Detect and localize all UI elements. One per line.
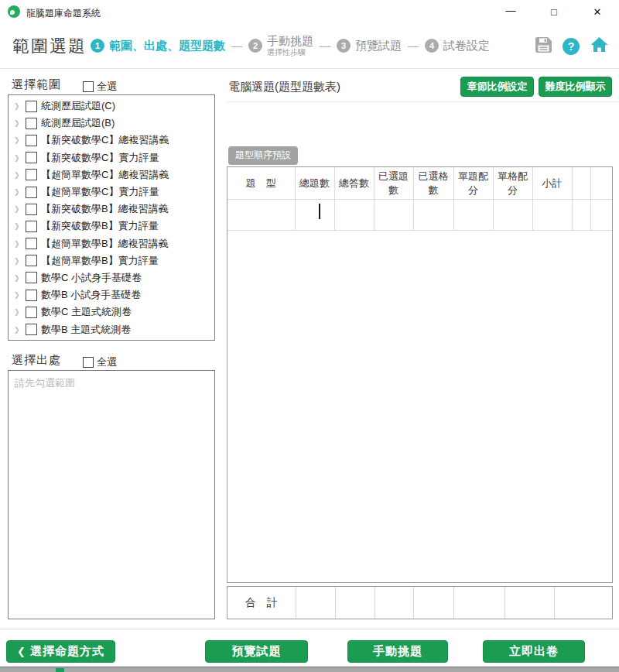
- window-title: 龍騰題庫命題系統: [26, 7, 101, 20]
- tree-item-row[interactable]: ❯ 【新突破數學B】總複習講義: [9, 201, 214, 218]
- step-2-manual-pick[interactable]: 2 手動挑題 選擇性步驟: [248, 35, 313, 57]
- step-4-paper-settings[interactable]: 4 試卷設定: [425, 39, 490, 53]
- totals-table: 合 計: [227, 586, 613, 619]
- generate-paper-button[interactable]: 立即出卷: [483, 640, 585, 663]
- tree-item-row[interactable]: ❯ 【新突破數學C】實力評量: [9, 149, 214, 166]
- step-4-number: 4: [425, 39, 439, 53]
- tree-item-row[interactable]: ❯ 統測歷屆試題(B): [9, 115, 214, 132]
- tree-item-checkbox[interactable]: [26, 238, 37, 249]
- help-icon[interactable]: ?: [563, 38, 580, 55]
- step-separator: —: [231, 39, 242, 52]
- tree-item-row[interactable]: ❯ 【新突破數學C】總複習講義: [9, 132, 214, 149]
- tree-item-row[interactable]: ❯ 【超簡單數學B】實力評量: [9, 252, 214, 269]
- text-caret: [319, 204, 320, 219]
- tree-item-row[interactable]: ❯ 【新突破數學B】實力評量: [9, 218, 214, 235]
- tree-item-checkbox[interactable]: [26, 152, 37, 163]
- step-2-number: 2: [248, 39, 262, 53]
- table-body-row: [227, 200, 612, 231]
- cell-question-type[interactable]: [227, 200, 295, 231]
- col-selected-questions: 已選題數: [374, 167, 413, 200]
- tree-item-checkbox[interactable]: [26, 221, 37, 232]
- chevron-right-icon[interactable]: ❯: [14, 308, 26, 316]
- col-points-per-cell: 單格配分: [493, 167, 532, 200]
- totals-cell: [504, 587, 554, 619]
- source-select-all-label: 全選: [97, 355, 117, 369]
- cell-empty-2[interactable]: [590, 200, 612, 231]
- tree-item-checkbox[interactable]: [26, 204, 37, 215]
- source-select-all-checkbox[interactable]: [83, 357, 94, 368]
- chevron-right-icon[interactable]: ❯: [14, 154, 26, 162]
- totals-cell: [453, 587, 504, 619]
- chevron-right-icon[interactable]: ❯: [14, 188, 26, 196]
- tree-item-row[interactable]: ❯ 數學C 主題式統測卷: [9, 303, 214, 321]
- cell-selected-cells[interactable]: [413, 200, 453, 231]
- step-separator: —: [408, 39, 419, 52]
- question-order-preset-badge[interactable]: 題型順序預設: [228, 146, 298, 165]
- chevron-right-icon[interactable]: ❯: [14, 136, 26, 144]
- source-list: 請先勾選範圍: [8, 370, 215, 619]
- col-total-answers: 總答數: [334, 167, 374, 200]
- manual-pick-button[interactable]: 手動挑題: [347, 640, 448, 663]
- cell-empty-1[interactable]: [572, 200, 590, 231]
- cell-subtotal[interactable]: [532, 200, 572, 231]
- tree-item-row[interactable]: ❯ 【超簡單數學B】總複習講義: [9, 235, 214, 252]
- maximize-button[interactable]: □: [532, 0, 576, 23]
- step-separator: —: [320, 39, 330, 52]
- step-1-number: 1: [91, 39, 104, 53]
- question-type-table: 題 型 總題數 總答數 已選題數 已選格數 單題配分 單格配分 小計: [227, 166, 613, 583]
- totals-cell: [296, 587, 335, 619]
- chevron-right-icon[interactable]: ❯: [14, 240, 26, 248]
- save-icon[interactable]: [535, 37, 552, 56]
- totals-row: 合 計: [227, 587, 612, 619]
- tree-item-row[interactable]: ❯ 數學B 小試身手基礎卷: [9, 286, 214, 303]
- tree-item-checkbox[interactable]: [26, 255, 37, 266]
- back-to-selection-mode-button[interactable]: ❮ 選擇命題方式: [6, 640, 115, 663]
- tree-item-checkbox[interactable]: [26, 307, 37, 318]
- tree-item-checkbox[interactable]: [26, 290, 37, 301]
- tree-item-checkbox[interactable]: [26, 187, 37, 198]
- tree-item-checkbox[interactable]: [26, 135, 37, 146]
- chevron-right-icon[interactable]: ❯: [14, 205, 26, 213]
- tree-item-checkbox[interactable]: [26, 272, 37, 283]
- col-points-per-question: 單題配分: [453, 167, 493, 200]
- cell-total-answers[interactable]: [334, 200, 374, 231]
- tree-item-row[interactable]: ❯ 數學B 主題式統測卷: [9, 321, 214, 338]
- totals-label: 合 計: [227, 587, 296, 619]
- tree-item-row[interactable]: ❯ 【超簡單數學C】總複習講義: [9, 166, 214, 183]
- range-select-all[interactable]: 全選: [83, 80, 117, 94]
- chevron-right-icon[interactable]: ❯: [14, 326, 26, 334]
- tree-item-checkbox[interactable]: [26, 118, 37, 129]
- tree-item-checkbox[interactable]: [26, 101, 37, 112]
- close-button[interactable]: ✕: [576, 0, 619, 23]
- tree-item-row[interactable]: ❯ 數學C 小試身手基礎卷: [9, 269, 214, 286]
- chevron-right-icon[interactable]: ❯: [14, 257, 26, 265]
- chevron-right-icon[interactable]: ❯: [14, 119, 26, 127]
- source-select-all[interactable]: 全選: [83, 355, 117, 369]
- preview-questions-button[interactable]: 預覽試題: [205, 640, 308, 663]
- chevron-right-icon[interactable]: ❯: [14, 102, 26, 110]
- cell-points-per-cell[interactable]: [493, 200, 532, 231]
- tree-item-row[interactable]: ❯ 統測歷屆試題(C): [9, 98, 214, 115]
- step-1-range[interactable]: 1 範圍、出處、題型題數: [91, 39, 225, 53]
- source-placeholder: 請先勾選範圍: [9, 371, 214, 396]
- minimize-button[interactable]: —: [489, 0, 532, 23]
- chapter-ratio-button[interactable]: 章節比例設定: [460, 77, 534, 97]
- difficulty-ratio-button[interactable]: 難度比例顯示: [539, 77, 612, 97]
- chevron-right-icon[interactable]: ❯: [14, 274, 26, 282]
- tree-item-checkbox[interactable]: [26, 324, 37, 335]
- cell-selected-questions[interactable]: [374, 200, 413, 231]
- cell-total-questions[interactable]: [295, 200, 334, 231]
- range-select-all-checkbox[interactable]: [83, 81, 94, 92]
- cell-points-per-question[interactable]: [453, 200, 493, 231]
- chevron-right-icon[interactable]: ❯: [14, 171, 26, 179]
- header-icons: ?: [535, 36, 608, 56]
- tree-item-checkbox[interactable]: [26, 169, 37, 180]
- home-icon[interactable]: [590, 36, 608, 56]
- step-2-label: 手動挑題: [267, 35, 313, 48]
- right-panel-divider: [227, 101, 619, 102]
- totals-cell: [413, 587, 453, 619]
- chevron-right-icon[interactable]: ❯: [14, 222, 26, 230]
- tree-item-row[interactable]: ❯ 【超簡單數學C】實力評量: [9, 183, 214, 201]
- step-3-preview[interactable]: 3 預覽試題: [337, 39, 402, 53]
- chevron-right-icon[interactable]: ❯: [14, 291, 26, 299]
